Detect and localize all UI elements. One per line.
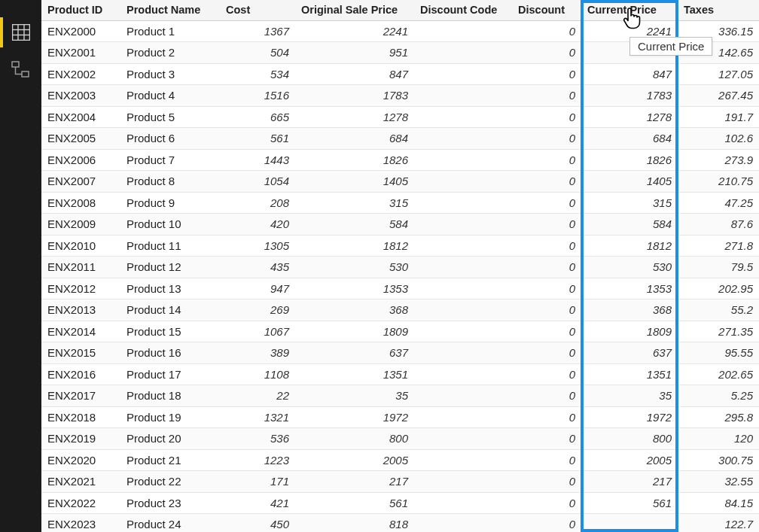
table-cell[interactable]: 315 xyxy=(581,192,678,214)
table-cell[interactable]: 1516 xyxy=(220,85,295,107)
table-cell[interactable] xyxy=(414,406,512,428)
table-cell[interactable]: 530 xyxy=(295,257,414,278)
table-cell[interactable]: 22 xyxy=(220,385,295,407)
table-cell[interactable]: Product 23 xyxy=(120,492,220,514)
table-cell[interactable]: Product 2 xyxy=(120,42,220,64)
table-cell[interactable]: 1405 xyxy=(581,171,678,193)
table-cell[interactable]: Product 6 xyxy=(120,128,220,150)
table-cell[interactable] xyxy=(414,106,512,128)
table-cell[interactable] xyxy=(414,235,512,257)
table-cell[interactable]: ENX2012 xyxy=(41,278,120,299)
table-cell[interactable] xyxy=(414,149,512,171)
table-cell[interactable]: 0 xyxy=(512,514,581,533)
table-cell[interactable]: 122.7 xyxy=(678,514,759,533)
table-cell[interactable]: 120 xyxy=(678,428,759,450)
table-cell[interactable]: 0 xyxy=(512,235,581,257)
table-cell[interactable]: 0 xyxy=(512,106,581,128)
table-cell[interactable]: 665 xyxy=(220,106,295,128)
table-cell[interactable]: 1067 xyxy=(220,321,295,342)
table-cell[interactable] xyxy=(414,514,512,533)
table-cell[interactable]: 273.9 xyxy=(678,149,759,171)
table-cell[interactable] xyxy=(414,492,512,514)
table-cell[interactable]: Product 14 xyxy=(120,299,220,321)
table-cell[interactable]: 800 xyxy=(295,428,414,450)
table-row[interactable]: ENX2010Product 111305181201812271.8 xyxy=(41,235,759,257)
table-cell[interactable]: 87.6 xyxy=(678,214,759,236)
table-cell[interactable] xyxy=(414,449,512,471)
table-cell[interactable]: 504 xyxy=(220,42,295,64)
table-cell[interactable]: ENX2023 xyxy=(41,514,120,533)
table-cell[interactable]: ENX2011 xyxy=(41,257,120,278)
table-row[interactable]: ENX2011Product 12435530053079.5 xyxy=(41,257,759,278)
table-cell[interactable] xyxy=(414,192,512,214)
table-row[interactable]: ENX2016Product 171108135101351202.65 xyxy=(41,363,759,385)
table-row[interactable]: ENX2009Product 10420584058487.6 xyxy=(41,214,759,236)
table-cell[interactable]: 0 xyxy=(512,492,581,514)
table-row[interactable]: ENX2008Product 9208315031547.25 xyxy=(41,192,759,214)
table-cell[interactable] xyxy=(414,257,512,278)
table-cell[interactable] xyxy=(414,471,512,493)
table-cell[interactable]: 0 xyxy=(512,85,581,107)
table-cell[interactable]: Product 20 xyxy=(120,428,220,450)
table-cell[interactable]: 1351 xyxy=(581,363,678,385)
table-cell[interactable]: 0 xyxy=(512,406,581,428)
table-cell[interactable]: 0 xyxy=(512,321,581,342)
table-cell[interactable]: ENX2001 xyxy=(41,42,120,64)
table-cell[interactable]: Product 22 xyxy=(120,471,220,493)
table-cell[interactable]: ENX2000 xyxy=(41,20,120,42)
table-row[interactable]: ENX2013Product 14269368036855.2 xyxy=(41,299,759,321)
table-cell[interactable]: Product 5 xyxy=(120,106,220,128)
table-cell[interactable]: 0 xyxy=(512,42,581,64)
table-cell[interactable]: 536 xyxy=(220,428,295,450)
table-cell[interactable]: 0 xyxy=(512,385,581,407)
column-header[interactable]: Discount xyxy=(512,0,581,20)
table-cell[interactable]: 1223 xyxy=(220,449,295,471)
table-row[interactable]: ENX2019Product 205368000800120 xyxy=(41,428,759,450)
table-row[interactable]: ENX2007Product 81054140501405210.75 xyxy=(41,171,759,193)
table-cell[interactable]: 5.25 xyxy=(678,385,759,407)
table-cell[interactable]: 0 xyxy=(512,128,581,150)
column-header[interactable]: Discount Code xyxy=(414,0,512,20)
table-cell[interactable]: 35 xyxy=(295,385,414,407)
table-cell[interactable] xyxy=(414,385,512,407)
table-cell[interactable]: Product 16 xyxy=(120,342,220,364)
table-cell[interactable]: 1809 xyxy=(295,321,414,342)
table-cell[interactable]: ENX2022 xyxy=(41,492,120,514)
table-cell[interactable]: 561 xyxy=(581,492,678,514)
table-cell[interactable]: Product 4 xyxy=(120,85,220,107)
table-cell[interactable]: ENX2013 xyxy=(41,299,120,321)
table-cell[interactable]: Product 8 xyxy=(120,171,220,193)
table-cell[interactable]: 208 xyxy=(220,192,295,214)
table-cell[interactable]: 534 xyxy=(220,63,295,85)
table-cell[interactable]: 55.2 xyxy=(678,299,759,321)
table-cell[interactable]: 1353 xyxy=(295,278,414,299)
table-cell[interactable]: Product 17 xyxy=(120,363,220,385)
table-cell[interactable]: 847 xyxy=(581,63,678,85)
table-cell[interactable]: 1278 xyxy=(295,106,414,128)
table-row[interactable]: ENX2012Product 13947135301353202.95 xyxy=(41,278,759,299)
table-row[interactable]: ENX2023Product 244508180122.7 xyxy=(41,514,759,533)
table-cell[interactable]: 1783 xyxy=(581,85,678,107)
table-cell[interactable]: 389 xyxy=(220,342,295,364)
column-header[interactable]: Current Price xyxy=(581,0,678,20)
table-cell[interactable]: 1405 xyxy=(295,171,414,193)
table-cell[interactable]: 421 xyxy=(220,492,295,514)
table-cell[interactable]: 295.8 xyxy=(678,406,759,428)
table-cell[interactable]: 127.05 xyxy=(678,63,759,85)
table-cell[interactable]: 368 xyxy=(295,299,414,321)
table-cell[interactable]: 1809 xyxy=(581,321,678,342)
table-cell[interactable]: 1826 xyxy=(581,149,678,171)
table-row[interactable]: ENX2002Product 35348470847127.05 xyxy=(41,63,759,85)
table-cell[interactable]: 1783 xyxy=(295,85,414,107)
table-cell[interactable]: 0 xyxy=(512,149,581,171)
table-cell[interactable]: 0 xyxy=(512,214,581,236)
table-row[interactable]: ENX2022Product 23421561056184.15 xyxy=(41,492,759,514)
table-cell[interactable]: ENX2009 xyxy=(41,214,120,236)
table-cell[interactable]: Product 13 xyxy=(120,278,220,299)
table-cell[interactable]: 300.75 xyxy=(678,449,759,471)
table-cell[interactable]: 420 xyxy=(220,214,295,236)
table-cell[interactable]: 210.75 xyxy=(678,171,759,193)
table-cell[interactable]: 84.15 xyxy=(678,492,759,514)
table-cell[interactable]: ENX2015 xyxy=(41,342,120,364)
column-header[interactable]: Product Name xyxy=(120,0,220,20)
